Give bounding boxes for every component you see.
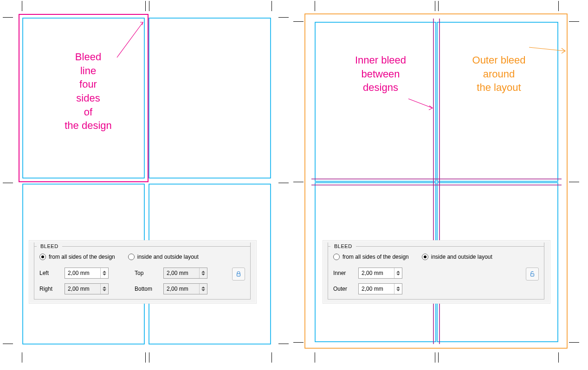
outer-spinner[interactable]: 2,00 mm	[358, 283, 402, 294]
stepper-icon[interactable]	[394, 268, 402, 278]
spin-value: 2,00 mm	[65, 286, 100, 292]
stepper-icon[interactable]	[199, 284, 207, 294]
unlock-icon	[529, 271, 536, 277]
svg-rect-14	[237, 274, 240, 276]
diagram-canvas	[0, 0, 588, 370]
top-spinner[interactable]: 2,00 mm	[163, 268, 207, 279]
radio-label: from all sides of the design	[49, 254, 115, 260]
spin-value: 2,00 mm	[65, 270, 100, 276]
bleed-panel-right: BLEED from all sides of the design insid…	[323, 240, 550, 304]
svg-rect-7	[437, 22, 558, 181]
lock-icon	[235, 271, 242, 277]
spin-value: 2,00 mm	[359, 270, 394, 276]
radio-all-sides[interactable]: from all sides of the design	[39, 254, 115, 260]
svg-rect-4	[19, 14, 148, 182]
inner-spinner[interactable]: 2,00 mm	[358, 268, 402, 279]
bleed-panel-left: BLEED from all sides of the design insid…	[29, 240, 257, 304]
bottom-spinner[interactable]: 2,00 mm	[163, 283, 207, 294]
radio-label: from all sides of the design	[342, 254, 409, 260]
left-spinner[interactable]: 2,00 mm	[65, 268, 109, 279]
stepper-icon[interactable]	[394, 284, 402, 294]
radio-inside-outside[interactable]: inside and outside layout	[128, 254, 199, 260]
link-values-button[interactable]	[526, 268, 539, 281]
svg-rect-1	[149, 18, 271, 178]
radio-label: inside and outside layout	[137, 254, 199, 260]
stepper-icon[interactable]	[199, 268, 207, 278]
link-values-button[interactable]	[232, 268, 245, 281]
stepper-icon[interactable]	[100, 284, 108, 294]
spin-value: 2,00 mm	[164, 270, 199, 276]
svg-rect-15	[531, 274, 534, 276]
spin-value: 2,00 mm	[164, 286, 199, 292]
right-spinner[interactable]: 2,00 mm	[65, 283, 109, 294]
spin-value: 2,00 mm	[359, 286, 394, 292]
field-label: Outer	[333, 286, 354, 292]
field-label: Bottom	[135, 286, 159, 292]
field-label: Left	[39, 270, 60, 276]
radio-inside-outside[interactable]: inside and outside layout	[422, 254, 492, 260]
field-label: Right	[39, 286, 60, 292]
stepper-icon[interactable]	[100, 268, 108, 278]
radio-label: inside and outside layout	[431, 254, 492, 260]
radio-all-sides[interactable]: from all sides of the design	[333, 254, 409, 260]
field-label: Inner	[333, 270, 354, 276]
svg-rect-0	[23, 18, 144, 178]
field-label: Top	[135, 270, 159, 276]
svg-rect-6	[315, 22, 436, 181]
